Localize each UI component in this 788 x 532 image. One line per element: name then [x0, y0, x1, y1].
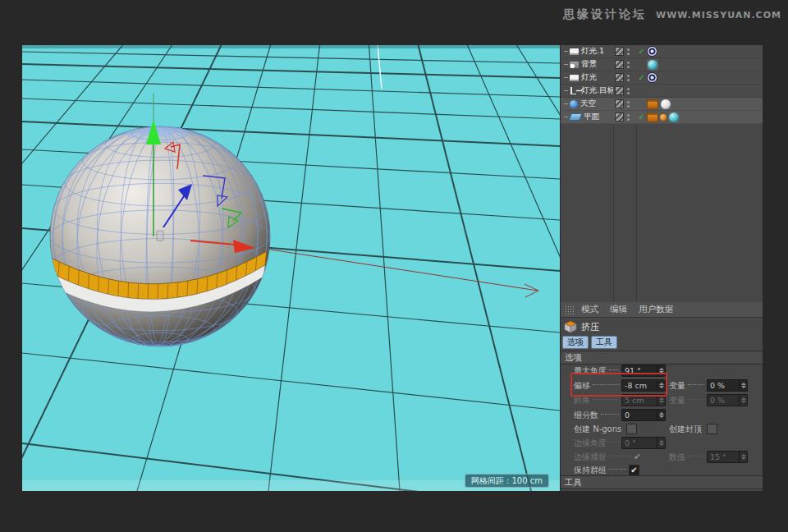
stepper [657, 438, 665, 448]
viewport-horizon-shade [22, 45, 560, 48]
phong-tag-icon[interactable] [660, 114, 667, 121]
object-row-sky[interactable]: 天空 [561, 98, 763, 111]
preserve-groups-checkbox[interactable]: ✔ [629, 465, 639, 475]
object-name: 灯光.目标 [581, 85, 613, 96]
layer-toggle-icon[interactable] [615, 47, 624, 56]
world-x-axis-line [254, 247, 538, 291]
layer-toggle-icon[interactable] [615, 73, 624, 82]
light-icon [570, 48, 579, 55]
field-max-angle: 最大角度 91 ° [574, 365, 666, 377]
watermark: 思缘设计论坛 WWW.MISSYUAN.COM [563, 6, 781, 22]
material-tag-cyan[interactable] [647, 59, 658, 71]
compositing-tag-icon[interactable] [647, 99, 658, 109]
stepper[interactable] [739, 380, 747, 391]
panel-grip-icon[interactable] [565, 305, 575, 314]
edge-snap-checkmark-icon: ✔ [634, 452, 641, 462]
visibility-dots[interactable] [627, 75, 630, 81]
object-row-light-target[interactable]: 灯光.目标 [561, 85, 763, 98]
tree-connector [564, 64, 568, 65]
subdivision-input[interactable]: 0 [621, 409, 666, 421]
bevel-input: 5 cm [621, 394, 666, 406]
max-angle-input[interactable]: 91 ° [621, 365, 666, 377]
object-row-plane[interactable]: 平面 ✓ [561, 111, 763, 124]
field-create-caps: 创建封顶 [669, 423, 748, 435]
watermark-forum-name: 思缘设计论坛 [563, 7, 647, 21]
tree-connector [564, 77, 568, 78]
object-name: 灯光 [581, 72, 597, 83]
layer-toggle-icon[interactable] [615, 86, 624, 95]
extrude-tool-icon [564, 320, 577, 333]
tree-connector [564, 103, 568, 104]
light-target-tag-icon[interactable] [647, 46, 657, 57]
stepper[interactable] [657, 365, 665, 376]
variance-offset-input[interactable]: 0 % [707, 379, 748, 392]
field-snap-value: 数值 15 ° [669, 451, 748, 463]
field-edge-snap: 边缘捕捉 ✔ [574, 451, 666, 463]
material-tag-cyan[interactable] [668, 112, 680, 123]
field-variance-offset: 变量 0 % [669, 379, 748, 392]
enabled-checkmark-icon[interactable]: ✓ [638, 47, 644, 56]
menu-userdata[interactable]: 用户数据 [639, 304, 673, 315]
field-edge-angle: 边缘角度 0 ° [574, 437, 666, 449]
sky-icon [570, 100, 578, 108]
tab-options[interactable]: 选项 [562, 336, 589, 349]
stepper[interactable] [657, 380, 665, 391]
visibility-dots[interactable] [627, 48, 630, 55]
background-icon [570, 62, 579, 68]
object-row-light[interactable]: 灯光 ✓ [561, 71, 763, 85]
variance-bevel-input: 0 % [707, 394, 748, 406]
field-variance-bevel: 变量 0 % [669, 394, 748, 406]
visibility-dots[interactable] [627, 101, 630, 108]
object-name: 平面 [584, 112, 599, 122]
material-tag-white[interactable] [660, 99, 671, 110]
light-target-tag-icon[interactable] [647, 72, 657, 83]
field-create-ngons: 创建 N-gons [574, 423, 666, 435]
field-preserve-groups: 保持群组 ✔ [574, 464, 666, 476]
object-name: 灯光.1 [581, 46, 604, 57]
null-target-icon [570, 87, 579, 94]
enabled-checkmark-icon[interactable]: ✓ [638, 73, 644, 82]
section-header-options[interactable]: 选项 [561, 351, 763, 365]
object-manager-panel: 灯光.1 ✓ 背景 灯光 ✓ [561, 45, 763, 302]
stepper [657, 395, 665, 406]
create-ngons-checkbox[interactable] [626, 424, 637, 434]
object-row-light1[interactable]: 灯光.1 ✓ [561, 45, 763, 58]
field-offset: 偏移 -8 cm [574, 379, 666, 392]
visibility-dots[interactable] [627, 62, 630, 68]
attribute-manager-panel: 模式 编辑 用户数据 挤压 选项 工具 选项 最大角度 91 ° 偏移 -8 c… [561, 302, 763, 491]
stepper[interactable] [657, 410, 665, 420]
edge-angle-input: 0 ° [621, 437, 666, 449]
viewport-canvas [22, 45, 560, 491]
enabled-checkmark-icon[interactable]: ✓ [638, 112, 644, 122]
snap-value-input: 15 ° [707, 451, 748, 463]
field-bevel: 斜角 5 cm [574, 394, 666, 406]
offset-input[interactable]: -8 cm [621, 379, 666, 392]
tree-connector [564, 90, 568, 91]
section-header-tool[interactable]: 工具 [561, 475, 763, 489]
viewport-3d[interactable]: 网格间距 : 100 cm [22, 45, 560, 491]
application-window: 思缘设计论坛 WWW.MISSYUAN.COM [0, 0, 788, 532]
create-caps-checkbox[interactable] [707, 424, 717, 434]
layer-toggle-icon[interactable] [615, 112, 624, 122]
plane-icon [568, 113, 583, 121]
tab-tool[interactable]: 工具 [591, 336, 617, 349]
object-axis-center-icon [157, 231, 163, 241]
object-name: 背景 [581, 59, 597, 70]
visibility-dots[interactable] [627, 88, 630, 94]
layer-toggle-icon[interactable] [615, 99, 624, 108]
field-subdivision: 细分数 0 [574, 409, 666, 421]
menu-mode[interactable]: 模式 [581, 304, 598, 315]
stepper [739, 452, 747, 462]
tool-title: 挤压 [581, 321, 599, 333]
menu-edit[interactable]: 编辑 [610, 304, 627, 315]
watermark-url: WWW.MISSYUAN.COM [656, 10, 781, 21]
grid-spacing-label: 网格间距 : 100 cm [465, 474, 549, 488]
visibility-dots[interactable] [627, 114, 630, 121]
attribute-tabs: 选项 工具 [562, 336, 617, 349]
object-row-background[interactable]: 背景 [561, 58, 763, 71]
layer-toggle-icon[interactable] [615, 60, 624, 69]
compositing-tag-icon[interactable] [647, 112, 658, 122]
light-ray-line [378, 45, 382, 89]
attribute-menu-bar: 模式 编辑 用户数据 [561, 302, 763, 318]
object-name: 天空 [580, 99, 596, 109]
